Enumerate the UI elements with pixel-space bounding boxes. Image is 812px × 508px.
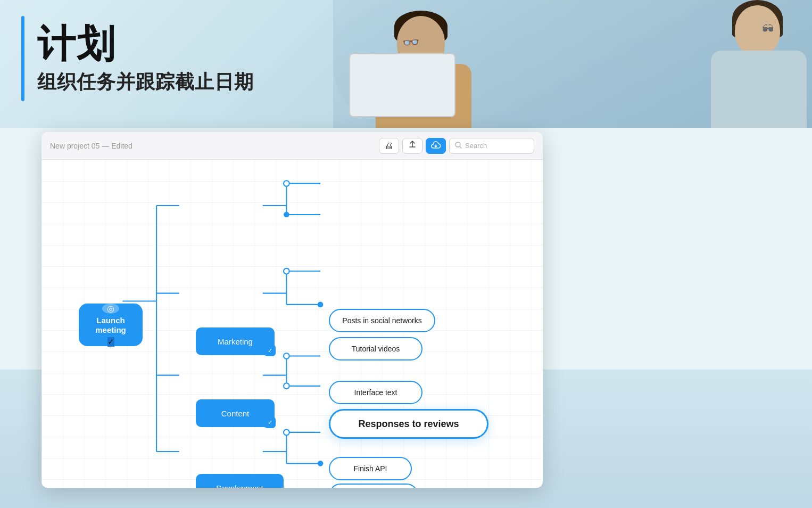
app-window: New project 05 — Edited 🖨 <box>42 132 543 488</box>
leaf-responses[interactable]: Responses to reviews <box>329 409 488 439</box>
leaf-posts-label: Posts in social networks <box>342 316 421 325</box>
search-icon <box>455 142 462 150</box>
cloud-icon <box>431 141 441 151</box>
canvas-area[interactable]: ◎ Launch meeting ✓ Marketing ✓ Posts in … <box>42 160 543 488</box>
hero-people: 👓 🕶 <box>333 0 812 128</box>
toolbar: 🖨 <box>379 138 534 154</box>
leaf-finishapi-label: Finish API <box>353 464 387 473</box>
glasses-icon: 👓 <box>402 34 420 52</box>
svg-point-17 <box>284 268 289 274</box>
cloud-button[interactable] <box>426 138 446 154</box>
share-button[interactable] <box>402 138 422 154</box>
hero-title: 计划 <box>37 19 116 70</box>
root-label: Launch meeting <box>95 316 126 335</box>
root-check: ✓ <box>107 337 114 347</box>
svg-point-18 <box>318 302 324 308</box>
project-title: New project 05 — Edited <box>50 142 132 150</box>
branch-development[interactable]: Development ✓ <box>196 474 284 488</box>
print-icon: 🖨 <box>385 141 393 151</box>
search-bar[interactable]: Search <box>449 138 534 154</box>
branch-content-label: Content <box>221 409 250 418</box>
branch-development-label: Development <box>216 484 263 488</box>
root-node[interactable]: ◎ Launch meeting ✓ <box>79 304 143 346</box>
title-bar: New project 05 — Edited 🖨 <box>42 132 543 160</box>
svg-point-29 <box>284 430 289 436</box>
glasses2-icon: 🕶 <box>762 22 774 36</box>
branch-content[interactable]: Content ✓ <box>196 399 275 427</box>
svg-point-30 <box>318 461 324 466</box>
hero-subtitle: 组织任务并跟踪截止日期 <box>37 69 254 95</box>
leaf-finishapi[interactable]: Finish API <box>329 457 412 480</box>
branch-marketing[interactable]: Marketing ✓ <box>196 327 275 355</box>
accent-bar <box>21 16 24 101</box>
svg-point-11 <box>284 212 289 218</box>
search-placeholder: Search <box>465 142 487 150</box>
root-icon: ◎ <box>102 304 119 314</box>
branch-marketing-label: Marketing <box>218 337 253 346</box>
share-icon <box>408 141 417 151</box>
leaf-tutorial-label: Tutorial videos <box>352 345 400 353</box>
print-button[interactable]: 🖨 <box>379 138 399 154</box>
leaf-responses-label: Responses to reviews <box>358 419 459 430</box>
leaf-posts[interactable]: Posts in social networks <box>329 309 435 332</box>
svg-point-23 <box>284 353 289 359</box>
leaf-interface-label: Interface text <box>354 388 397 397</box>
svg-point-24 <box>284 383 289 389</box>
leaf-interface[interactable]: Interface text <box>329 381 422 404</box>
svg-point-12 <box>284 181 289 186</box>
leaf-betatesting[interactable]: Beta testing <box>329 484 418 488</box>
marketing-check: ✓ <box>264 345 276 356</box>
leaf-tutorial[interactable]: Tutorial videos <box>329 337 422 360</box>
content-check: ✓ <box>264 416 276 428</box>
